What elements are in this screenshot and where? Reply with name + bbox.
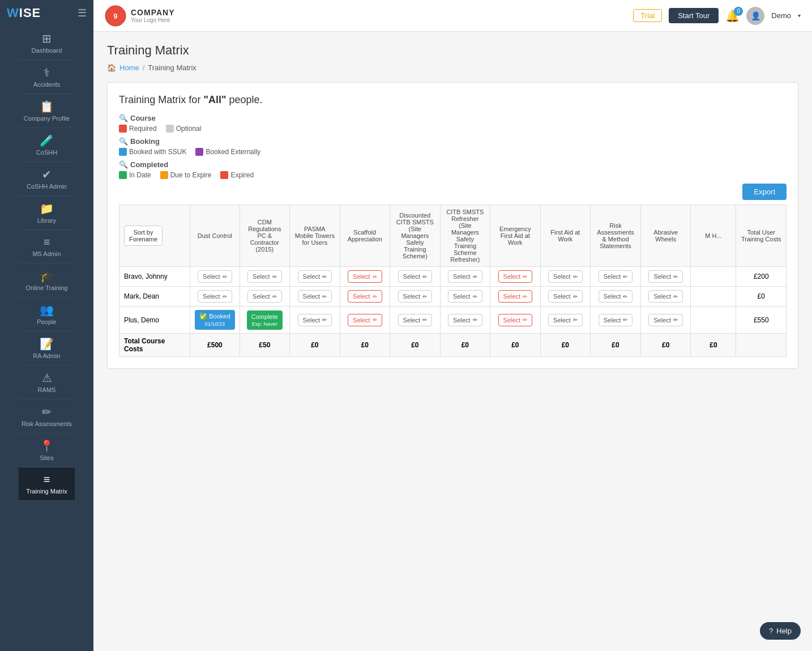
- select-button[interactable]: Select ✏: [198, 270, 232, 283]
- sidebar-item-rams[interactable]: ⚠RAMS: [19, 365, 75, 399]
- select-button[interactable]: Select ✏: [398, 290, 433, 303]
- hamburger-icon[interactable]: ☰: [78, 7, 87, 19]
- col-header-0: Dust Control: [190, 205, 240, 267]
- cell-2-9[interactable]: Select ✏: [640, 307, 691, 334]
- cell-1-0[interactable]: Select ✏: [190, 287, 240, 307]
- select-button[interactable]: Select ✏: [498, 270, 533, 283]
- select-button[interactable]: Select ✏: [498, 314, 533, 326]
- select-button[interactable]: Select ✏: [247, 270, 282, 283]
- cell-0-7[interactable]: Select ✏: [540, 267, 591, 287]
- select-button[interactable]: Select ✏: [448, 270, 482, 283]
- cell-1-2[interactable]: Select ✏: [290, 287, 340, 307]
- start-tour-button[interactable]: Start Tour: [669, 8, 719, 23]
- cell-2-6[interactable]: Select ✏: [490, 307, 541, 334]
- person-name-0: Bravo, Johnny: [119, 267, 190, 287]
- cell-0-0[interactable]: Select ✏: [190, 267, 240, 287]
- chevron-down-icon[interactable]: ▾: [798, 12, 801, 19]
- sidebar-icon-ra-admin: 📝: [40, 337, 54, 351]
- sidebar-item-sites[interactable]: 📍Sites: [19, 433, 75, 467]
- cell-1-4[interactable]: Select ✏: [390, 287, 441, 307]
- sort-header: Sort by Forename: [119, 205, 190, 267]
- required-label: Required: [129, 125, 157, 133]
- user-name[interactable]: Demo: [771, 11, 791, 20]
- cell-2-8[interactable]: Select ✏: [591, 307, 641, 334]
- select-button[interactable]: Select ✏: [599, 314, 633, 326]
- cell-1-9[interactable]: Select ✏: [640, 287, 691, 307]
- select-button[interactable]: Select ✏: [648, 314, 683, 326]
- sidebar-item-company-profile[interactable]: 📋Company Profile: [19, 94, 75, 128]
- sidebar-icon-people: 👥: [40, 303, 54, 317]
- cell-1-3[interactable]: Select ✏: [340, 287, 390, 307]
- select-button[interactable]: Select ✏: [599, 290, 633, 303]
- cell-1-6[interactable]: Select ✏: [490, 287, 541, 307]
- sort-by-forename-button[interactable]: Sort by Forename: [124, 225, 163, 246]
- help-button[interactable]: ? Help: [760, 622, 801, 640]
- cell-0-1[interactable]: Select ✏: [240, 267, 290, 287]
- cell-2-2[interactable]: Select ✏: [290, 307, 340, 334]
- cell-2-5[interactable]: Select ✏: [440, 307, 490, 334]
- sidebar-item-training-matrix[interactable]: ≡Training Matrix: [19, 467, 75, 501]
- sidebar-item-coshh[interactable]: 🧪CoSHH: [19, 128, 75, 162]
- in-date-color: [119, 171, 127, 179]
- select-button[interactable]: Select ✏: [448, 314, 482, 326]
- sidebar-item-coshh-admin[interactable]: ✔CoSHH Admin: [19, 162, 75, 196]
- select-button[interactable]: Select ✏: [348, 270, 382, 283]
- cell-1-1[interactable]: Select ✏: [240, 287, 290, 307]
- col-header-1: CDM Regulations PC & Contractor (2015): [240, 205, 290, 267]
- cell-0-6[interactable]: Select ✏: [490, 267, 541, 287]
- cell-2-0[interactable]: ✅ Booked01/10/23: [190, 307, 240, 334]
- select-button[interactable]: Select ✏: [448, 290, 482, 303]
- complete-cell[interactable]: CompleteExp: Never: [247, 310, 283, 330]
- col-header-11: Total User Training Costs: [736, 205, 787, 267]
- sidebar-item-accidents[interactable]: ⚕Accidents: [19, 60, 75, 94]
- select-button[interactable]: Select ✏: [247, 290, 282, 303]
- sidebar-item-ra-admin[interactable]: 📝RA Admin: [19, 331, 75, 365]
- sidebar-icon-training-matrix: ≡: [44, 473, 50, 486]
- select-button[interactable]: Select ✏: [348, 290, 382, 303]
- cell-2-1[interactable]: CompleteExp: Never: [240, 307, 290, 334]
- sidebar-logo: WISE: [7, 6, 41, 20]
- breadcrumb-home-link[interactable]: Home: [119, 63, 139, 72]
- sidebar-item-library[interactable]: 📁Library: [19, 196, 75, 230]
- sidebar-item-people[interactable]: 👥People: [19, 297, 75, 331]
- select-button[interactable]: Select ✏: [599, 270, 633, 283]
- select-button[interactable]: Select ✏: [398, 270, 433, 283]
- cell-0-5[interactable]: Select ✏: [440, 267, 490, 287]
- booked-ssuk-legend: Booked with SSUK: [119, 148, 186, 156]
- select-button[interactable]: Select ✏: [398, 314, 433, 326]
- sidebar-label-ra-admin: RA Admin: [33, 352, 60, 359]
- cell-1-8[interactable]: Select ✏: [591, 287, 641, 307]
- sidebar-item-online-training[interactable]: 🎓Online Training: [19, 263, 75, 297]
- select-button[interactable]: Select ✏: [648, 270, 683, 283]
- cell-2-7[interactable]: Select ✏: [540, 307, 591, 334]
- cell-0-3[interactable]: Select ✏: [340, 267, 390, 287]
- export-button[interactable]: Export: [742, 184, 787, 200]
- cell-1-7[interactable]: Select ✏: [540, 287, 591, 307]
- booked-cell[interactable]: ✅ Booked01/10/23: [195, 310, 234, 330]
- cell-1-5[interactable]: Select ✏: [440, 287, 490, 307]
- sidebar-item-risk-assessments[interactable]: ✏Risk Assessments: [19, 399, 75, 433]
- required-color: [119, 125, 127, 133]
- sidebar-item-dashboard[interactable]: ⊞Dashboard: [19, 26, 75, 60]
- select-button[interactable]: Select ✏: [548, 290, 583, 303]
- cell-2-4[interactable]: Select ✏: [390, 307, 441, 334]
- cell-0-2[interactable]: Select ✏: [290, 267, 340, 287]
- select-button[interactable]: Select ✏: [648, 290, 683, 303]
- cell-2-3[interactable]: Select ✏: [340, 307, 390, 334]
- notification-bell[interactable]: 🔔 0: [725, 9, 740, 23]
- help-label: Help: [776, 627, 792, 635]
- select-button[interactable]: Select ✏: [298, 314, 332, 326]
- select-button[interactable]: Select ✏: [548, 314, 583, 326]
- cell-0-4[interactable]: Select ✏: [390, 267, 441, 287]
- cell-0-8[interactable]: Select ✏: [591, 267, 641, 287]
- select-button[interactable]: Select ✏: [198, 290, 232, 303]
- total-label: Total Course Costs: [119, 334, 190, 357]
- select-button[interactable]: Select ✏: [348, 314, 382, 326]
- select-button[interactable]: Select ✏: [498, 290, 533, 303]
- select-button[interactable]: Select ✏: [298, 290, 332, 303]
- sidebar-item-ms-admin[interactable]: ≡MS Admin: [19, 230, 75, 263]
- select-button[interactable]: Select ✏: [298, 270, 332, 283]
- cell-0-9[interactable]: Select ✏: [640, 267, 691, 287]
- select-button[interactable]: Select ✏: [548, 270, 583, 283]
- topbar-company-name: COMPANY: [131, 8, 175, 17]
